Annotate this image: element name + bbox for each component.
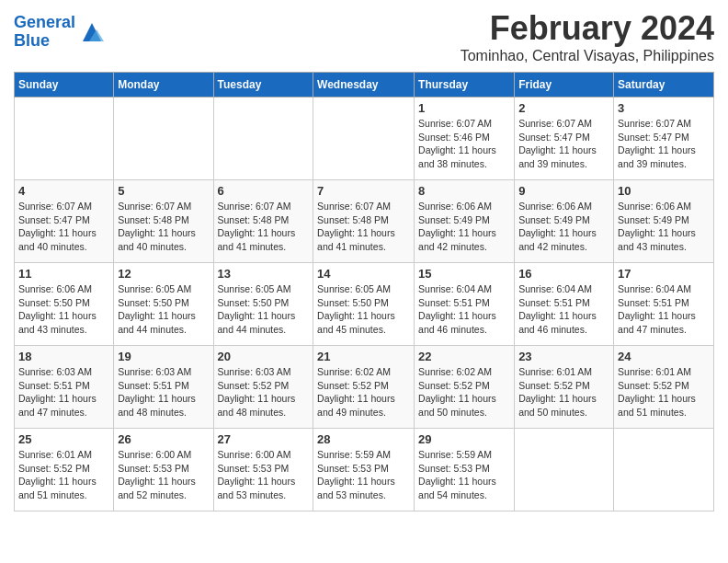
calendar-cell — [213, 98, 313, 180]
month-year-title: February 2024 — [461, 9, 714, 48]
day-number: 26 — [118, 432, 209, 446]
logo-text: General Blue — [14, 14, 75, 51]
calendar-cell — [313, 98, 415, 180]
day-info: Sunrise: 6:04 AMSunset: 5:51 PMDaylight:… — [418, 282, 510, 337]
calendar-cell: 8Sunrise: 6:06 AMSunset: 5:49 PMDaylight… — [415, 180, 515, 263]
calendar-cell: 26Sunrise: 6:00 AMSunset: 5:53 PMDayligh… — [114, 429, 213, 511]
day-number: 17 — [618, 267, 710, 281]
calendar-cell: 17Sunrise: 6:04 AMSunset: 5:51 PMDayligh… — [614, 263, 714, 346]
day-number: 7 — [317, 184, 410, 198]
calendar-cell: 24Sunrise: 6:01 AMSunset: 5:52 PMDayligh… — [614, 346, 714, 429]
day-info: Sunrise: 6:04 AMSunset: 5:51 PMDaylight:… — [618, 282, 710, 337]
day-info: Sunrise: 6:04 AMSunset: 5:51 PMDaylight:… — [518, 282, 609, 337]
calendar-cell: 14Sunrise: 6:05 AMSunset: 5:50 PMDayligh… — [313, 263, 415, 346]
calendar-cell: 4Sunrise: 6:07 AMSunset: 5:47 PMDaylight… — [15, 180, 114, 263]
calendar-cell: 7Sunrise: 6:07 AMSunset: 5:48 PMDaylight… — [313, 180, 415, 263]
day-info: Sunrise: 6:06 AMSunset: 5:49 PMDaylight:… — [518, 200, 609, 254]
logo-line2: Blue — [14, 31, 50, 50]
title-area: February 2024 Tominhao, Central Visayas,… — [461, 9, 714, 64]
day-info: Sunrise: 6:03 AMSunset: 5:51 PMDaylight:… — [18, 365, 109, 419]
calendar-cell: 22Sunrise: 6:02 AMSunset: 5:52 PMDayligh… — [415, 346, 515, 429]
weekday-header-saturday: Saturday — [614, 73, 714, 98]
day-info: Sunrise: 6:07 AMSunset: 5:48 PMDaylight:… — [317, 200, 410, 254]
weekday-header-thursday: Thursday — [415, 73, 515, 98]
day-number: 12 — [118, 267, 209, 281]
day-number: 6 — [218, 184, 310, 198]
day-info: Sunrise: 6:03 AMSunset: 5:51 PMDaylight:… — [118, 365, 209, 419]
day-number: 18 — [18, 350, 109, 363]
day-info: Sunrise: 6:05 AMSunset: 5:50 PMDaylight:… — [218, 282, 310, 337]
day-number: 29 — [418, 432, 510, 446]
day-info: Sunrise: 5:59 AMSunset: 5:53 PMDaylight:… — [418, 448, 510, 502]
calendar-cell: 20Sunrise: 6:03 AMSunset: 5:52 PMDayligh… — [213, 346, 313, 429]
day-info: Sunrise: 6:01 AMSunset: 5:52 PMDaylight:… — [18, 448, 109, 502]
day-info: Sunrise: 6:06 AMSunset: 5:50 PMDaylight:… — [18, 282, 109, 337]
weekday-header-row: SundayMondayTuesdayWednesdayThursdayFrid… — [15, 73, 714, 98]
day-number: 13 — [218, 267, 310, 281]
logo-line1: General — [14, 13, 75, 31]
day-number: 5 — [118, 184, 209, 198]
calendar-cell: 25Sunrise: 6:01 AMSunset: 5:52 PMDayligh… — [15, 429, 114, 511]
location-subtitle: Tominhao, Central Visayas, Philippines — [461, 48, 714, 64]
day-info: Sunrise: 6:05 AMSunset: 5:50 PMDaylight:… — [118, 282, 209, 337]
calendar-cell: 5Sunrise: 6:07 AMSunset: 5:48 PMDaylight… — [114, 180, 213, 263]
calendar-cell: 2Sunrise: 6:07 AMSunset: 5:47 PMDaylight… — [515, 98, 614, 180]
day-number: 28 — [317, 432, 410, 446]
day-number: 16 — [518, 267, 609, 281]
calendar-cell: 23Sunrise: 6:01 AMSunset: 5:52 PMDayligh… — [515, 346, 614, 429]
day-number: 9 — [518, 184, 609, 198]
day-info: Sunrise: 6:07 AMSunset: 5:47 PMDaylight:… — [618, 117, 710, 171]
day-info: Sunrise: 6:06 AMSunset: 5:49 PMDaylight:… — [418, 200, 510, 254]
day-info: Sunrise: 6:02 AMSunset: 5:52 PMDaylight:… — [317, 365, 410, 419]
calendar-cell — [614, 429, 714, 511]
calendar-cell: 18Sunrise: 6:03 AMSunset: 5:51 PMDayligh… — [15, 346, 114, 429]
day-info: Sunrise: 6:07 AMSunset: 5:46 PMDaylight:… — [418, 117, 510, 171]
day-number: 2 — [518, 101, 609, 115]
calendar-cell: 11Sunrise: 6:06 AMSunset: 5:50 PMDayligh… — [15, 263, 114, 346]
calendar-table: SundayMondayTuesdayWednesdayThursdayFrid… — [14, 72, 714, 511]
calendar-cell: 6Sunrise: 6:07 AMSunset: 5:48 PMDaylight… — [213, 180, 313, 263]
day-info: Sunrise: 6:05 AMSunset: 5:50 PMDaylight:… — [317, 282, 410, 337]
day-info: Sunrise: 6:03 AMSunset: 5:52 PMDaylight:… — [218, 365, 310, 419]
day-info: Sunrise: 6:00 AMSunset: 5:53 PMDaylight:… — [218, 448, 310, 502]
calendar-cell — [15, 98, 114, 180]
calendar-cell: 10Sunrise: 6:06 AMSunset: 5:49 PMDayligh… — [614, 180, 714, 263]
day-info: Sunrise: 6:07 AMSunset: 5:47 PMDaylight:… — [518, 117, 609, 171]
calendar-week-row: 18Sunrise: 6:03 AMSunset: 5:51 PMDayligh… — [15, 346, 714, 429]
calendar-cell — [114, 98, 213, 180]
calendar-cell: 29Sunrise: 5:59 AMSunset: 5:53 PMDayligh… — [415, 429, 515, 511]
day-number: 22 — [418, 350, 510, 363]
calendar-cell: 21Sunrise: 6:02 AMSunset: 5:52 PMDayligh… — [313, 346, 415, 429]
day-info: Sunrise: 6:07 AMSunset: 5:48 PMDaylight:… — [218, 200, 310, 254]
day-number: 1 — [418, 101, 510, 115]
calendar-cell: 27Sunrise: 6:00 AMSunset: 5:53 PMDayligh… — [213, 429, 313, 511]
calendar-week-row: 4Sunrise: 6:07 AMSunset: 5:47 PMDaylight… — [15, 180, 714, 263]
weekday-header-wednesday: Wednesday — [313, 73, 415, 98]
day-number: 21 — [317, 350, 410, 363]
day-info: Sunrise: 6:01 AMSunset: 5:52 PMDaylight:… — [518, 365, 609, 419]
day-number: 20 — [218, 350, 310, 363]
weekday-header-tuesday: Tuesday — [213, 73, 313, 98]
weekday-header-sunday: Sunday — [15, 73, 114, 98]
day-number: 14 — [317, 267, 410, 281]
day-number: 25 — [18, 432, 109, 446]
day-info: Sunrise: 6:07 AMSunset: 5:48 PMDaylight:… — [118, 200, 209, 254]
day-info: Sunrise: 6:02 AMSunset: 5:52 PMDaylight:… — [418, 365, 510, 419]
day-number: 4 — [18, 184, 109, 198]
day-number: 15 — [418, 267, 510, 281]
page-header: General Blue February 2024 Tominhao, Cen… — [14, 9, 714, 64]
calendar-cell — [515, 429, 614, 511]
day-info: Sunrise: 6:07 AMSunset: 5:47 PMDaylight:… — [18, 200, 109, 254]
day-number: 3 — [618, 101, 710, 115]
day-number: 23 — [518, 350, 609, 363]
calendar-week-row: 25Sunrise: 6:01 AMSunset: 5:52 PMDayligh… — [15, 429, 714, 511]
calendar-cell: 19Sunrise: 6:03 AMSunset: 5:51 PMDayligh… — [114, 346, 213, 429]
calendar-week-row: 11Sunrise: 6:06 AMSunset: 5:50 PMDayligh… — [15, 263, 714, 346]
day-info: Sunrise: 6:01 AMSunset: 5:52 PMDaylight:… — [618, 365, 710, 419]
logo: General Blue — [14, 14, 106, 51]
calendar-cell: 12Sunrise: 6:05 AMSunset: 5:50 PMDayligh… — [114, 263, 213, 346]
calendar-cell: 1Sunrise: 6:07 AMSunset: 5:46 PMDaylight… — [415, 98, 515, 180]
calendar-cell: 28Sunrise: 5:59 AMSunset: 5:53 PMDayligh… — [313, 429, 415, 511]
calendar-week-row: 1Sunrise: 6:07 AMSunset: 5:46 PMDaylight… — [15, 98, 714, 180]
day-info: Sunrise: 5:59 AMSunset: 5:53 PMDaylight:… — [317, 448, 410, 502]
